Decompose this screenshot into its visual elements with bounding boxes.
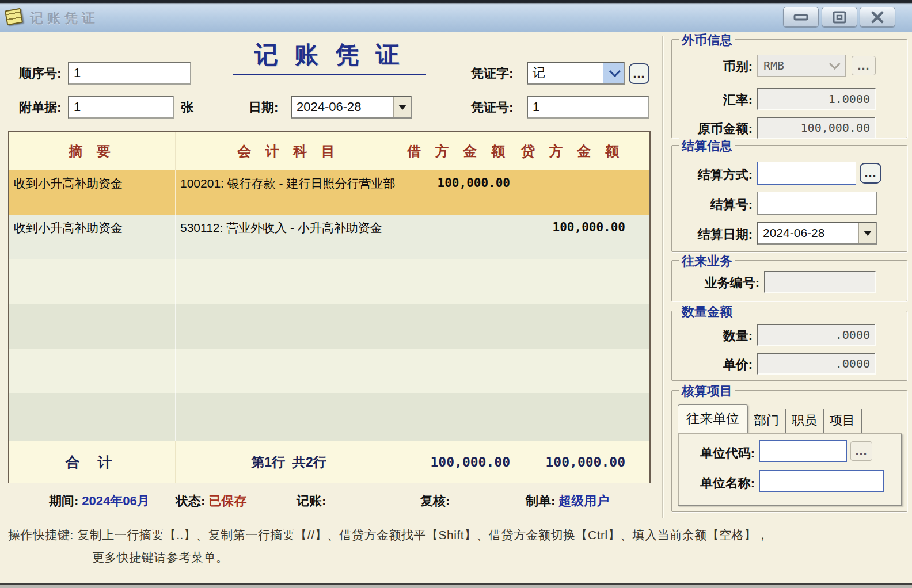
voucher-window: 记账凭证 顺序号: 附单据: 张 记 账 凭 证 日期: 2024-06-28 …	[0, 0, 912, 588]
voucher-word-value: 记	[528, 63, 603, 83]
quantity-group: 数量金额 数量: .0000 单价: .0000	[671, 311, 907, 381]
voucher-word-more-button[interactable]: …	[629, 63, 649, 84]
business-no-field	[764, 271, 876, 293]
currency-type-label: 币别:	[672, 58, 753, 75]
currency-type-combobox: RMB	[757, 55, 846, 77]
tab-project[interactable]: 项目	[824, 409, 862, 433]
original-amount-label: 原币金额:	[672, 120, 753, 138]
title-bar: 记账凭证	[0, 0, 912, 32]
voucher-no-input[interactable]	[527, 96, 649, 119]
chevron-down-icon	[829, 58, 841, 70]
voucher-form-title: 记 账 凭 证	[233, 39, 426, 75]
col-header-extra	[630, 132, 649, 170]
quantity-label: 数量:	[672, 327, 753, 345]
settlement-group: 结算信息 结算方式: … 结算号: 结算日期: 2024-06-28	[671, 145, 907, 252]
state-label: 状态:	[176, 494, 205, 508]
cell-credit[interactable]: 100,000.00	[515, 215, 630, 259]
grid-header-row: 摘 要 会 计 科 目 借 方 金 额 贷 方 金 额	[9, 132, 649, 170]
status-state: 状态:已保存	[176, 492, 246, 510]
restore-button[interactable]	[822, 7, 857, 27]
accounting-items-group: 核算项目 往来单位 部门 职员 项目 单位代码: … 单位名称:	[671, 390, 907, 512]
tab-department[interactable]: 部门	[748, 409, 786, 433]
chevron-down-icon	[609, 66, 621, 77]
grid-row-1-selected[interactable]: 收到小升高补助资金 100201: 银行存款 - 建行日照分行营业部 100,0…	[9, 170, 649, 215]
accounting-items-title: 核算项目	[679, 383, 735, 400]
voucher-word-combobox[interactable]: 记	[527, 62, 625, 85]
settlement-no-input[interactable]	[757, 192, 877, 215]
counterparty-tab-panel: 单位代码: … 单位名称:	[678, 433, 902, 506]
voucher-no-label: 凭证号:	[471, 99, 513, 116]
settlement-no-label: 结算号:	[672, 196, 753, 213]
voucher-word-label: 凭证字:	[471, 65, 513, 82]
settlement-method-label: 结算方式:	[672, 166, 753, 184]
maker-label: 制单:	[526, 494, 555, 508]
tab-counterparty[interactable]: 往来单位	[678, 404, 748, 433]
grid-total-row: 合 计 第1行 共2行 100,000.00 100,000.00	[9, 441, 649, 483]
restore-icon	[833, 11, 846, 24]
attach-label: 附单据:	[19, 99, 61, 116]
shortcut-hint-line1: 操作快捷键: 复制上一行摘要【..】、复制第一行摘要【//】、借贷方金额找平【S…	[8, 527, 769, 543]
cell-extra[interactable]	[630, 215, 649, 259]
settlement-date-label: 结算日期:	[672, 226, 753, 243]
minimize-icon	[793, 13, 808, 21]
seq-input[interactable]	[68, 62, 191, 85]
attach-input[interactable]	[68, 96, 174, 119]
unit-name-input[interactable]	[759, 470, 884, 492]
currency-type-value: RMB	[758, 59, 829, 72]
seq-label: 顺序号:	[19, 65, 61, 82]
unit-code-input[interactable]	[759, 440, 847, 462]
total-label: 合 计	[9, 441, 176, 483]
grid-row-4-empty[interactable]	[9, 304, 649, 349]
period-label: 期间:	[49, 494, 78, 508]
status-maker: 制单:超级用户	[526, 492, 609, 510]
close-button[interactable]	[860, 7, 895, 27]
date-combobox[interactable]: 2024-06-28	[291, 96, 412, 119]
bottom-scrollbar[interactable]	[0, 583, 912, 588]
total-credit: 100,000.00	[515, 441, 630, 483]
cell-summary[interactable]: 收到小升高补助资金	[9, 170, 176, 215]
panel-splitter[interactable]	[662, 36, 663, 518]
maker-value: 超级用户	[558, 494, 609, 508]
cell-extra[interactable]	[630, 170, 649, 215]
col-header-debit: 借 方 金 额	[402, 132, 515, 170]
settlement-method-more-button[interactable]: …	[860, 163, 881, 184]
reviewer-label: 复核:	[420, 494, 450, 508]
grid-row-2[interactable]: 收到小升高补助资金 530112: 营业外收入 - 小升高补助资金 100,00…	[9, 215, 649, 259]
currency-more-button[interactable]: …	[852, 56, 876, 75]
minimize-button[interactable]	[783, 7, 819, 27]
exchange-rate-field: 1.0000	[757, 88, 876, 110]
col-header-credit: 贷 方 金 额	[515, 132, 630, 170]
cell-debit[interactable]: 100,000.00	[402, 170, 515, 215]
cell-debit[interactable]	[402, 215, 515, 259]
settlement-method-input[interactable]	[757, 162, 856, 185]
state-value: 已保存	[208, 494, 246, 508]
close-icon	[871, 11, 884, 24]
settlement-date-combobox[interactable]: 2024-06-28	[757, 222, 877, 245]
chevron-down-icon	[398, 105, 406, 110]
window-title: 记账凭证	[30, 9, 99, 27]
grid-row-3-empty[interactable]	[9, 259, 649, 304]
total-line-info: 第1行 共2行	[176, 441, 402, 483]
shortcut-hint-line2: 更多快捷键请参考菜单。	[92, 549, 229, 566]
unit-code-label: 单位代码:	[681, 445, 755, 462]
date-value: 2024-06-28	[292, 97, 393, 117]
foreign-currency-group: 外币信息 币别: RMB … 汇率: 1.0000 原币金额: 100,000.…	[671, 39, 907, 138]
tab-employee[interactable]: 职员	[786, 409, 824, 433]
cell-summary[interactable]: 收到小升高补助资金	[9, 215, 176, 259]
date-label: 日期:	[249, 99, 278, 116]
cell-account[interactable]: 530112: 营业外收入 - 小升高补助资金	[176, 215, 402, 259]
cell-credit[interactable]	[515, 170, 630, 215]
status-bookkeeper: 记账:	[297, 492, 329, 510]
date-dropdown-button[interactable]	[393, 97, 411, 117]
cell-account[interactable]: 100201: 银行存款 - 建行日照分行营业部	[176, 170, 402, 215]
voucher-word-dropdown-button[interactable]	[603, 63, 624, 83]
attach-unit: 张	[181, 99, 193, 116]
settlement-title: 结算信息	[679, 138, 735, 155]
grid-row-6-empty[interactable]	[9, 393, 649, 441]
settlement-date-dropdown-button[interactable]	[858, 223, 876, 243]
quantity-field: .0000	[757, 324, 876, 346]
unit-name-label: 单位名称:	[681, 475, 755, 492]
footer-divider	[0, 521, 912, 522]
unit-code-more-button[interactable]: …	[850, 441, 872, 461]
grid-row-5-empty[interactable]	[9, 349, 649, 393]
